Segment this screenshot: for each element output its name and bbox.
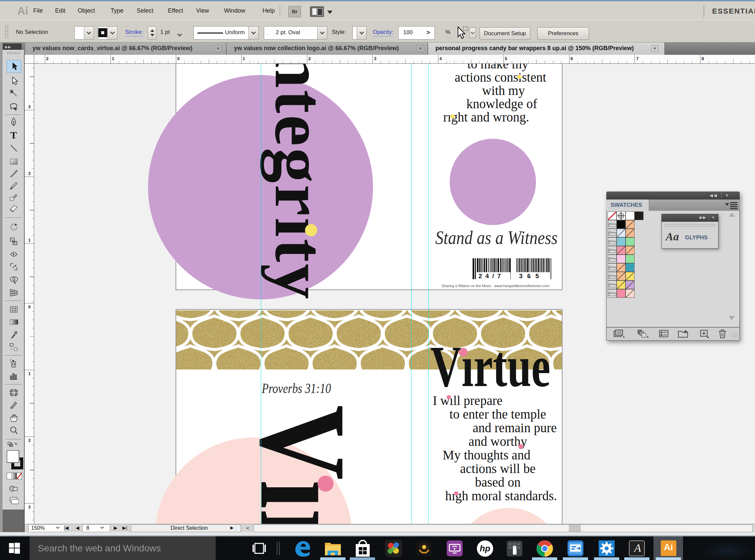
svg-text:24/7: 24/7: [478, 273, 504, 280]
svg-text:T: T: [10, 130, 17, 140]
svg-text:hp: hp: [480, 543, 490, 553]
svg-text:365: 365: [519, 273, 544, 280]
